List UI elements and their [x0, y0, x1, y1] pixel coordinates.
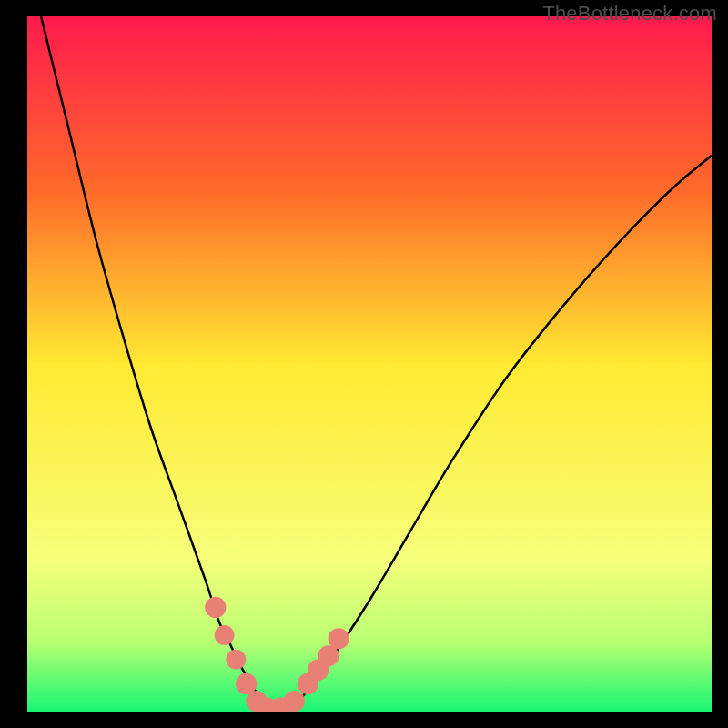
outer-frame: TheBottleneck.com [0, 0, 728, 728]
marker-dot [329, 628, 349, 649]
watermark-text: TheBottleneck.com [542, 2, 717, 25]
bottleneck-chart [27, 16, 712, 712]
marker-dot [226, 650, 246, 670]
marker-dot [215, 625, 235, 645]
plot-area [27, 16, 712, 712]
gradient-background [27, 16, 712, 712]
marker-dot [205, 597, 226, 618]
marker-dot [284, 691, 305, 712]
